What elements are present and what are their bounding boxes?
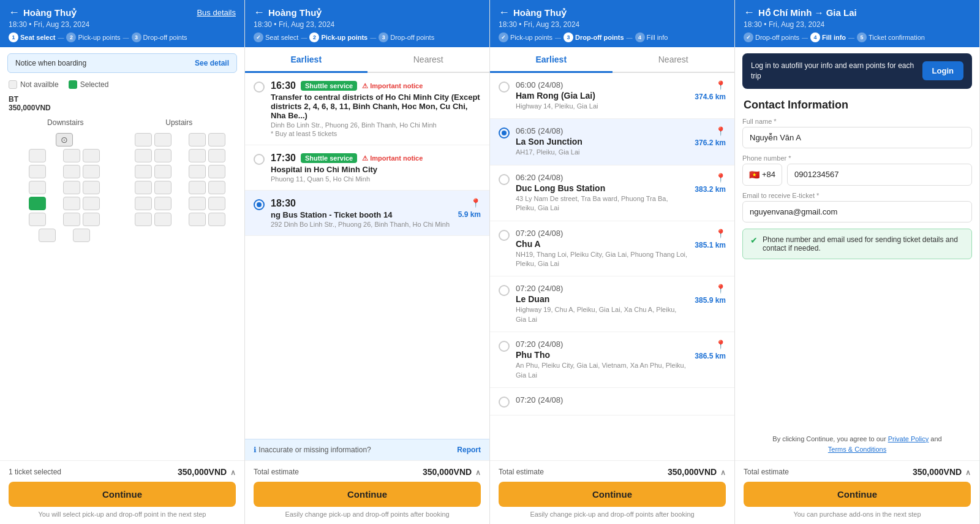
step1-seat: 1 Seat select <box>9 32 55 42</box>
seat-u20[interactable] <box>208 197 225 210</box>
phone-input[interactable] <box>787 164 972 186</box>
seat-u8[interactable] <box>208 149 225 162</box>
seat-row-6 <box>9 229 120 242</box>
seat-d4[interactable] <box>29 165 46 178</box>
fullname-input[interactable] <box>742 127 972 148</box>
continue-button-4[interactable]: Continue <box>744 482 971 507</box>
seat-d13[interactable] <box>29 213 46 226</box>
panel3-back[interactable]: ← Hoàng Thuỷ <box>499 6 567 19</box>
email-input[interactable] <box>742 201 972 222</box>
terms-conditions-link[interactable]: Terms & Conditions <box>828 446 886 453</box>
seat-u17[interactable] <box>135 197 152 210</box>
pickup-dist-2: 📍 5.9 km <box>458 198 481 219</box>
seat-d12[interactable] <box>83 197 100 210</box>
radio-2[interactable] <box>254 199 265 210</box>
continue-button-3[interactable]: Continue <box>499 482 726 507</box>
dropoff-item-3[interactable]: 07:20 (24/08) Chu A NH19, Thang Loi, Ple… <box>490 221 734 277</box>
tab-earliest-3[interactable]: Earliest <box>490 47 612 72</box>
seat-u11[interactable] <box>189 165 206 178</box>
panel2-back[interactable]: ← Hoàng Thuỷ <box>254 6 322 19</box>
seat-d2[interactable] <box>63 149 80 162</box>
seat-u14[interactable] <box>154 181 172 194</box>
dropoff-item-6[interactable]: 07:20 (24/08) <box>490 388 734 416</box>
pickup-item-1[interactable]: 17:30 Shuttle service ⚠ Important notice… <box>245 145 489 191</box>
seat-d9[interactable] <box>83 181 100 194</box>
drop-radio-6[interactable] <box>499 397 510 408</box>
seat-u6[interactable] <box>154 149 172 162</box>
dropoff-item-1[interactable]: 06:05 (24/08) La Son Junction AH17, Plei… <box>490 119 734 165</box>
radio-0[interactable] <box>254 82 265 93</box>
drop-radio-1[interactable] <box>499 127 510 139</box>
seat-u3[interactable] <box>189 133 206 146</box>
pickup-item-2[interactable]: 18:30 ng Bus Station - Ticket booth 14 2… <box>245 191 489 236</box>
drop-radio-2[interactable] <box>499 174 510 185</box>
drop-radio-4[interactable] <box>499 285 510 296</box>
tab-nearest-2[interactable]: Nearest <box>368 47 490 72</box>
dropoff-time-6: 07:20 (24/08) <box>516 395 726 404</box>
radio-1[interactable] <box>254 154 265 165</box>
seat-d15[interactable] <box>83 213 100 226</box>
seat-d7[interactable] <box>29 181 46 194</box>
seat-u22[interactable] <box>154 213 172 226</box>
seat-d17[interactable] <box>73 229 90 242</box>
p4-step1: ✓ Drop-off points <box>744 32 799 42</box>
seat-u23[interactable] <box>189 213 206 226</box>
panel3-steps: ✓ Pick-up points — 3 Drop-off points — 4… <box>499 32 726 42</box>
drop-radio-5[interactable] <box>499 341 510 352</box>
back-arrow-icon-4[interactable]: ← <box>744 6 755 19</box>
pickup-item-0[interactable]: 16:30 Shuttle service ⚠ Important notice… <box>245 73 489 145</box>
fullname-group: Full name * <box>742 118 972 148</box>
seat-u1[interactable] <box>135 133 152 146</box>
continue-button-2[interactable]: Continue <box>254 482 481 507</box>
panel2-steps: ✓ Seat select — 2 Pick-up points — 3 Dro… <box>254 32 481 42</box>
radio-inner-2 <box>257 202 262 207</box>
report-link[interactable]: Report <box>457 446 481 454</box>
panel1-back[interactable]: ← Hoàng Thuỷ <box>9 6 77 19</box>
dropoff-item-2[interactable]: 06:20 (24/08) Duc Long Bus Station 43 Ly… <box>490 165 734 221</box>
tab-nearest-3[interactable]: Nearest <box>612 47 735 72</box>
back-arrow-icon[interactable]: ← <box>9 6 20 19</box>
dropoff-item-5[interactable]: 07:20 (24/08) Phu Tho An Phu, Pleiku Cit… <box>490 332 734 388</box>
dropoff-item-0[interactable]: 06:00 (24/08) Ham Rong (Gia Lai) Highway… <box>490 73 734 119</box>
back-arrow-icon-3[interactable]: ← <box>499 6 510 19</box>
drop-radio-0[interactable] <box>499 82 510 93</box>
dropoff-item-4[interactable]: 07:20 (24/08) Le Duan Highway 19, Chu A,… <box>490 276 734 332</box>
step2-circle: 2 <box>66 32 76 42</box>
seat-u16[interactable] <box>208 181 225 194</box>
seat-d11[interactable] <box>63 197 80 210</box>
p2-price-caret: ∧ <box>475 468 481 477</box>
private-policy-link[interactable]: Private Policy <box>888 435 929 442</box>
seat-d6[interactable] <box>83 165 100 178</box>
seat-d1[interactable] <box>29 149 46 162</box>
drop-radio-3[interactable] <box>499 230 510 241</box>
login-button[interactable]: Login <box>922 61 963 80</box>
seat-u13[interactable] <box>135 181 152 194</box>
seat-u18[interactable] <box>154 197 172 210</box>
seat-u24[interactable] <box>208 213 225 226</box>
seat-d14[interactable] <box>63 213 80 226</box>
seat-u2[interactable] <box>154 133 172 146</box>
back-arrow-icon-2[interactable]: ← <box>254 6 265 19</box>
seat-u4[interactable] <box>208 133 225 146</box>
seat-u21[interactable] <box>135 213 152 226</box>
bus-details-link[interactable]: Bus details <box>197 8 236 17</box>
seat-d10-selected[interactable] <box>29 197 46 210</box>
continue-button-1[interactable]: Continue <box>9 482 236 507</box>
seat-u9[interactable] <box>135 165 152 178</box>
seat-u10[interactable] <box>154 165 172 178</box>
seat-u5[interactable] <box>135 149 152 162</box>
seat-d5[interactable] <box>63 165 80 178</box>
tab-earliest-2[interactable]: Earliest <box>245 47 368 72</box>
seat-u7[interactable] <box>189 149 206 162</box>
panel4-back[interactable]: ← Hồ Chí Minh → Gia Lai <box>744 6 857 19</box>
see-detail-link[interactable]: See detail <box>195 59 229 67</box>
info-note: ✔ Phone number and email used for sendin… <box>742 229 972 259</box>
seat-u12[interactable] <box>208 165 225 178</box>
seat-d8[interactable] <box>63 181 80 194</box>
seat-d3[interactable] <box>83 149 100 162</box>
phone-country[interactable]: 🇻🇳 +84 <box>742 164 782 186</box>
seat-d16[interactable] <box>39 229 56 242</box>
seat-u19[interactable] <box>189 197 206 210</box>
seat-u15[interactable] <box>189 181 206 194</box>
unavail-icon <box>9 80 17 89</box>
